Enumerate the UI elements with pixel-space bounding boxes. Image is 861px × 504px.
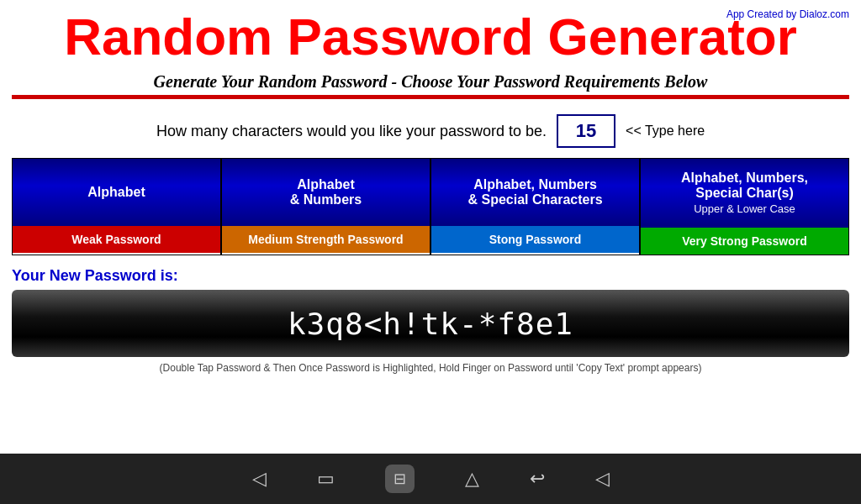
alphabet-button-label: Alphabet (87, 185, 145, 200)
weak-password-label[interactable]: Weak Password (13, 226, 220, 253)
home-icon[interactable]: ⊟ (385, 465, 415, 493)
alphabet-button-group: Alphabet Weak Password (12, 158, 221, 255)
char-question-label: How many characters would you like your … (156, 123, 547, 140)
nav-bar: ◁ ▭ ⊟ △ ↩ ◁ (0, 454, 861, 504)
volume-down-icon[interactable]: ◁ (252, 468, 267, 490)
copy-hint: (Double Tap Password & Then Once Passwor… (12, 362, 849, 374)
alphabet-button[interactable]: Alphabet (13, 159, 220, 226)
very-strong-password-label[interactable]: Very Strong Password (641, 228, 848, 255)
alphabet-numbers-special-button-group: Alphabet, Numbers& Special Characters St… (430, 158, 640, 255)
medium-password-label[interactable]: Medium Strength Password (222, 226, 430, 253)
main-content: App Created by Dialoz.com Random Passwor… (0, 0, 861, 454)
very-strong-button[interactable]: Alphabet, Numbers,Special Char(s)Upper &… (641, 159, 848, 228)
alphabet-numbers-button[interactable]: Alphabet& Numbers (222, 159, 430, 226)
back-icon[interactable]: △ (465, 468, 479, 490)
alphabet-numbers-special-button[interactable]: Alphabet, Numbers& Special Characters (431, 159, 639, 226)
app-subtitle: Generate Your Random Password - Choose Y… (0, 66, 861, 95)
alphabet-numbers-special-button-label: Alphabet, Numbers& Special Characters (467, 177, 602, 207)
attribution: App Created by Dialoz.com (726, 8, 849, 20)
char-row: How many characters would you like your … (0, 99, 861, 158)
char-count-input[interactable] (557, 114, 615, 148)
generated-password: k3q8<h!tk-*f8e1 (288, 307, 573, 341)
password-section-label: Your New Password is: (12, 267, 849, 285)
square-icon[interactable]: ▭ (317, 468, 335, 490)
type-hint-label: << Type here (626, 123, 705, 139)
strong-password-label[interactable]: Stong Password (431, 226, 639, 253)
password-type-buttons: Alphabet Weak Password Alphabet& Numbers… (12, 158, 849, 255)
alphabet-numbers-button-group: Alphabet& Numbers Medium Strength Passwo… (221, 158, 430, 255)
alphabet-numbers-button-label: Alphabet& Numbers (290, 177, 362, 207)
very-strong-button-label: Alphabet, Numbers,Special Char(s)Upper &… (681, 171, 808, 216)
volume-up-icon[interactable]: ◁ (595, 468, 610, 490)
return-icon[interactable]: ↩ (530, 468, 545, 490)
very-strong-button-group: Alphabet, Numbers,Special Char(s)Upper &… (640, 158, 849, 255)
password-display[interactable]: k3q8<h!tk-*f8e1 (12, 290, 849, 357)
